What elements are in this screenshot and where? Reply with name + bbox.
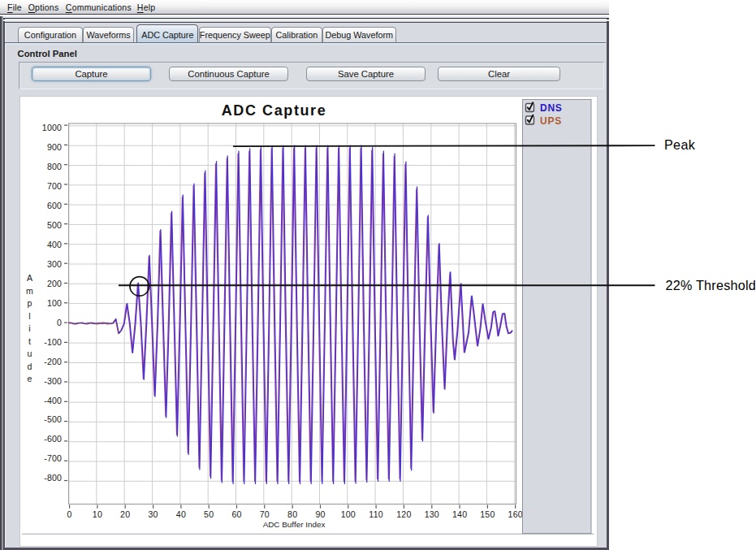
svg-text:1000: 1000: [42, 123, 62, 132]
svg-text:700: 700: [47, 181, 62, 191]
svg-text:-700: -700: [44, 453, 62, 463]
svg-text:A: A: [27, 273, 33, 283]
svg-text:900: 900: [47, 142, 62, 152]
svg-text:ADC Capture: ADC Capture: [222, 102, 327, 119]
svg-text:120: 120: [396, 509, 411, 519]
svg-text:m: m: [26, 286, 33, 296]
svg-text:e: e: [28, 374, 32, 383]
svg-text:-800: -800: [44, 473, 62, 483]
svg-text:10: 10: [93, 509, 102, 519]
svg-text:i: i: [28, 323, 30, 333]
svg-text:80: 80: [287, 509, 297, 519]
svg-text:130: 130: [425, 509, 439, 519]
svg-text:-400: -400: [44, 396, 62, 405]
svg-text:0: 0: [67, 509, 72, 519]
svg-text:140: 140: [452, 509, 467, 519]
svg-text:400: 400: [47, 240, 62, 249]
svg-text:800: 800: [47, 162, 62, 171]
svg-text:40: 40: [176, 509, 186, 519]
svg-text:300: 300: [47, 259, 62, 269]
svg-text:60: 60: [231, 509, 241, 519]
svg-text:-500: -500: [44, 414, 62, 424]
svg-text:-200: -200: [44, 357, 62, 366]
svg-text:200: 200: [47, 279, 62, 288]
svg-text:ADC Buffer Index: ADC Buffer Index: [263, 520, 326, 529]
svg-text:600: 600: [47, 201, 62, 210]
svg-text:-300: -300: [44, 376, 62, 386]
svg-text:0: 0: [57, 318, 62, 327]
svg-text:-600: -600: [44, 434, 62, 444]
svg-text:-100: -100: [44, 337, 62, 347]
svg-text:30: 30: [149, 509, 158, 519]
svg-text:p: p: [28, 298, 32, 308]
svg-text:UPS: UPS: [540, 115, 562, 127]
svg-text:100: 100: [341, 509, 356, 519]
svg-text:22% Threshold: 22% Threshold: [666, 278, 756, 292]
svg-text:Peak: Peak: [664, 137, 696, 152]
svg-text:t: t: [28, 336, 31, 346]
svg-text:110: 110: [369, 509, 383, 519]
svg-text:90: 90: [315, 509, 325, 519]
svg-text:l: l: [28, 311, 30, 321]
svg-text:500: 500: [47, 220, 62, 230]
svg-text:50: 50: [204, 509, 214, 519]
svg-text:70: 70: [260, 509, 270, 519]
svg-text:150: 150: [480, 509, 495, 519]
svg-text:d: d: [28, 362, 32, 371]
svg-text:u: u: [28, 349, 32, 358]
svg-text:160: 160: [508, 509, 523, 519]
svg-text:20: 20: [120, 509, 130, 519]
svg-text:DNS: DNS: [540, 102, 563, 114]
svg-text:100: 100: [47, 298, 62, 308]
